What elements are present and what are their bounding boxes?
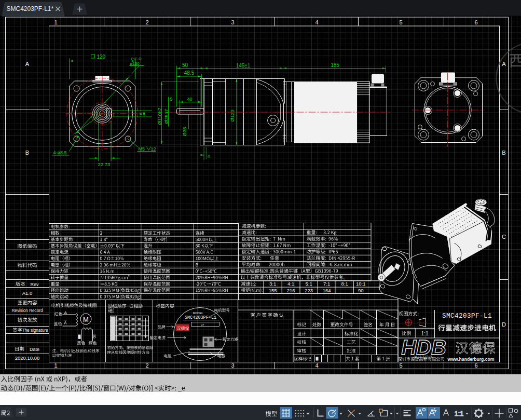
svg-text:M: M — [83, 316, 89, 323]
svg-text:A: A — [502, 61, 506, 67]
svg-text:A: A — [64, 310, 67, 315]
svg-text:ø130: ø130 — [130, 61, 140, 66]
svg-text:B: B — [25, 150, 29, 156]
svg-text:SMC4203PF-L1*: SMC4203PF-L1* — [7, 5, 54, 12]
svg-text:164: 164 — [323, 288, 331, 293]
svg-text:4: 4 — [208, 154, 210, 159]
svg-text:P.C.D: P.C.D — [131, 57, 142, 61]
svg-text:2: 2 — [145, 362, 148, 369]
svg-text:6: 6 — [474, 362, 477, 369]
svg-text:4: 4 — [315, 19, 318, 25]
svg-text:22.73: 22.73 — [98, 161, 111, 167]
svg-text:216: 216 — [287, 288, 295, 293]
svg-text:3: 3 — [231, 19, 234, 25]
svg-text:Ø110h7: Ø110h7 — [157, 107, 162, 125]
svg-text:2020.10.08: 2020.10.08 — [15, 355, 40, 361]
svg-text:Ø25h7: Ø25h7 — [163, 109, 169, 124]
svg-text:C: C — [502, 234, 506, 240]
svg-text:The signature: The signature — [22, 328, 49, 333]
svg-text:4: 4 — [315, 362, 318, 369]
svg-text:B: B — [502, 150, 505, 156]
svg-text:1: 1 — [54, 19, 57, 25]
svg-text:4-ø8.5: 4-ø8.5 — [53, 150, 67, 155]
svg-text:5: 5 — [399, 19, 402, 25]
svg-text:223: 223 — [305, 288, 313, 293]
svg-text:5: 5 — [170, 97, 173, 102]
svg-text:155: 155 — [269, 288, 277, 293]
svg-text:7:1: 7:1 — [323, 281, 330, 287]
svg-text:6: 6 — [474, 19, 477, 25]
svg-text:Rev: Rev — [30, 282, 39, 287]
svg-text:120: 120 — [97, 54, 106, 60]
svg-text:SMC4203PF-L1: SMC4203PF-L1 — [442, 313, 492, 320]
svg-text:90: 90 — [358, 288, 364, 293]
svg-text:Revision Record: Revision Record — [11, 308, 43, 313]
svg-text:12: 12 — [151, 146, 156, 152]
svg-text:10:1: 10:1 — [356, 281, 366, 287]
svg-text:5:1: 5:1 — [305, 281, 312, 287]
svg-text:5: 5 — [399, 362, 402, 369]
svg-text:1:1: 1:1 — [455, 410, 463, 417]
svg-text:145±1: 145±1 — [236, 63, 251, 69]
svg-text:27: 27 — [201, 323, 204, 327]
svg-text:8:1: 8:1 — [341, 281, 348, 287]
svg-text:4:1: 4:1 — [287, 281, 294, 287]
svg-text:3: 3 — [231, 362, 234, 369]
svg-text:M5: M5 — [139, 146, 145, 152]
svg-text:50: 50 — [182, 62, 188, 68]
svg-text:Ø120: Ø120 — [229, 110, 235, 121]
svg-text:8: 8 — [139, 113, 143, 115]
svg-text:1: 1 — [54, 362, 57, 369]
svg-text:MODEL: MODEL — [193, 311, 203, 315]
svg-text:2: 2 — [145, 19, 148, 25]
svg-text:40: 40 — [187, 97, 193, 102]
svg-text:A1.0: A1.0 — [22, 290, 33, 296]
svg-text:48.5: 48.5 — [184, 70, 195, 76]
svg-text:D: D — [502, 321, 506, 328]
svg-text:A: A — [25, 61, 30, 67]
svg-text:Ø35: Ø35 — [182, 127, 187, 137]
svg-text:www.handerburg.com: www.handerburg.com — [447, 357, 495, 362]
svg-text:185: 185 — [331, 62, 339, 68]
svg-text:3:1: 3:1 — [269, 281, 276, 287]
svg-text:Date: Date — [30, 347, 39, 352]
